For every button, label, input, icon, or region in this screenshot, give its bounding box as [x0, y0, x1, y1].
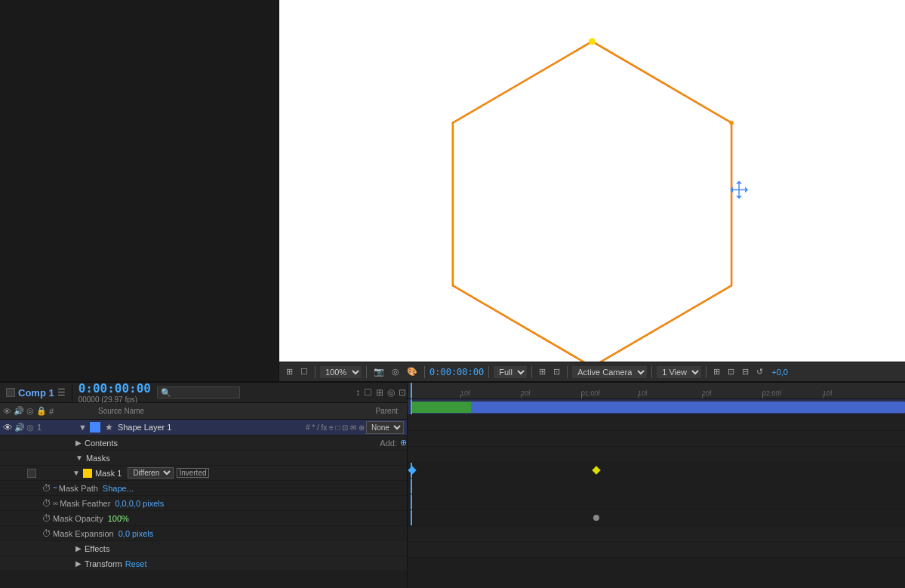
mask-opacity-value[interactable]: 100% [108, 514, 129, 523]
layer-1-star[interactable]: ★ [105, 422, 113, 433]
transform-label: Transform [85, 559, 122, 568]
mask1-inverted[interactable]: Inverted [177, 468, 208, 478]
render-btn[interactable]: ⊟ [740, 366, 751, 377]
comp-region-btn[interactable]: ⊞ [284, 366, 295, 377]
mask-path-stopwatch[interactable]: ⏱ [42, 483, 51, 494]
effects-triangle[interactable]: ▶ [75, 544, 82, 553]
layer-1-name[interactable]: Shape Layer 1 [118, 423, 172, 432]
toolbar-divider-3 [424, 366, 425, 378]
timeline-time-display: 0:00:00:00 00000 (29.97 fps) [72, 381, 157, 404]
transform-row[interactable]: ▶ Transform Reset [0, 556, 407, 571]
camera-select[interactable]: Active Camera [572, 366, 647, 378]
zoom-select[interactable]: 100% [320, 366, 362, 378]
mask-feather-value[interactable]: 0,0,0,0 pixels [115, 499, 164, 508]
sync-btn[interactable]: ↺ [754, 366, 765, 377]
timeline-ruler[interactable]: 10f 20f 01:00f 10f 20f 02:00f 10f [408, 383, 905, 399]
playhead-top [411, 383, 412, 399]
transform-reset-btn[interactable]: Reset [125, 559, 147, 568]
mask-path-track [408, 463, 905, 479]
quality-select[interactable]: Full [494, 366, 527, 378]
mask-path-value[interactable]: Shape... [103, 484, 134, 493]
grid-btn[interactable]: ⊞ [537, 366, 548, 377]
comp-display-btn[interactable]: ☐ [298, 366, 310, 377]
toolbar-divider-5 [531, 366, 532, 378]
tl-icon-5[interactable]: ⊡ [398, 386, 407, 399]
contents-label: Contents [85, 439, 118, 448]
mask1-mode[interactable]: Differen [128, 467, 174, 479]
mask1-row[interactable]: ▼ Mask 1 Differen Inverted [0, 466, 407, 481]
mask-opacity-stopwatch[interactable]: ⏱ [42, 513, 51, 524]
effects-row[interactable]: ▶ Effects [0, 541, 407, 556]
ruler-tick-10f [460, 394, 461, 399]
svg-point-3 [729, 121, 734, 125]
view-layout-btn[interactable]: ⊞ [711, 366, 722, 377]
mask-expansion-label: Mask Expansion [53, 529, 114, 538]
col-visibility-icons: 👁 🔊 ◎ 🔒 # [3, 406, 78, 416]
ruler-tick-2min [762, 393, 763, 399]
effects-track [408, 526, 905, 542]
show-snapshot-btn[interactable]: ◎ [389, 366, 402, 377]
layer-1-solo[interactable]: ◎ [26, 423, 34, 433]
tl-icon-4[interactable]: ◎ [386, 386, 396, 399]
playhead-track1 [411, 399, 412, 414]
layer-1-color [90, 422, 100, 433]
tl-icon-1[interactable]: ↕ [355, 386, 361, 399]
mask-expansion-row: ⏱ Mask Expansion 0,0 pixels [0, 526, 407, 541]
playhead-feather [411, 479, 412, 494]
col-collapse-icon: # [49, 407, 54, 416]
timeline-current-time[interactable]: 0:00:00:00 [78, 381, 151, 396]
snapshot-btn[interactable]: 📷 [371, 366, 386, 377]
contents-row[interactable]: ▶ Contents Add: ⊕ [0, 436, 407, 451]
playhead-expansion [411, 510, 412, 525]
source-name-header: Source Name [80, 407, 374, 415]
comp-time[interactable]: 0:00:00:00 [429, 367, 484, 377]
contents-triangle[interactable]: ▶ [75, 439, 82, 447]
layer-1-parent[interactable]: None [366, 421, 404, 434]
masks-row[interactable]: ▼ Masks [0, 451, 407, 466]
view-opt-btn[interactable]: ⊡ [725, 366, 737, 377]
layer-1-audio[interactable]: 🔊 [14, 423, 25, 433]
overlay-btn[interactable]: ⊡ [551, 366, 562, 377]
composition-svg [279, 0, 905, 362]
mask-path-row: ⏱ ~ Mask Path Shape... [0, 481, 407, 496]
ruler-mark-10f: 10f [460, 389, 470, 397]
mask-feather-stopwatch[interactable]: ⏱ [42, 498, 51, 509]
toolbar-divider-8 [706, 366, 706, 378]
parent-header: Parent [376, 407, 404, 415]
ruler-tick-1min [581, 393, 582, 399]
col-solo-icon: ◎ [26, 406, 34, 416]
mask-expansion-content: ⏱ Mask Expansion 0,0 pixels [42, 526, 407, 540]
add-content-btn[interactable]: ⊕ [400, 438, 407, 448]
layer-1-green-bar [411, 402, 471, 413]
mask-feather-label: Mask Feather [60, 499, 110, 508]
mask-feather-row: ⏱ ∞ Mask Feather 0,0,0,0 pixels [0, 496, 407, 511]
toolbar-divider-2 [366, 366, 367, 378]
comp-canvas[interactable] [279, 0, 905, 362]
views-select[interactable]: 1 View [657, 366, 701, 378]
comp-tab-name[interactable]: Comp 1 [18, 387, 54, 399]
tl-icon-2[interactable]: ☐ [363, 386, 373, 399]
layer-row-1[interactable]: 👁 🔊 ◎ 1 ▼ ★ Shape Layer 1 # * / fx ≡ □ ⊡… [0, 420, 407, 436]
masks-triangle[interactable]: ▼ [75, 454, 83, 462]
ruler-mark-2min: 02:00f [762, 389, 781, 397]
mask-expansion-stopwatch[interactable]: ⏱ [42, 528, 51, 539]
mask-expansion-value[interactable]: 0,0 pixels [119, 529, 153, 538]
contents-track [408, 415, 905, 431]
timeline-search[interactable] [157, 386, 240, 399]
mask-opacity-content: ⏱ Mask Opacity 100% [42, 511, 407, 525]
kf-path-start [408, 466, 416, 474]
transform-triangle[interactable]: ▶ [75, 559, 82, 568]
color-btn[interactable]: 🎨 [405, 366, 420, 377]
tl-icon-3[interactable]: ⊞ [375, 386, 384, 399]
col-audio-icon: 🔊 [14, 406, 24, 416]
mask-path-label: Mask Path [59, 484, 98, 493]
layer-1-eye[interactable]: 👁 [3, 422, 13, 433]
layer-1-expand-icon[interactable]: ▼ [78, 423, 87, 432]
kf-path-mid [592, 466, 600, 474]
mask1-triangle[interactable]: ▼ [72, 469, 80, 477]
mask-opacity-track [408, 494, 905, 510]
mask1-track [408, 447, 905, 463]
masks-label: Masks [86, 454, 110, 463]
mask1-visibility-box[interactable] [27, 469, 36, 478]
mask-opacity-row: ⏱ Mask Opacity 100% [0, 511, 407, 526]
